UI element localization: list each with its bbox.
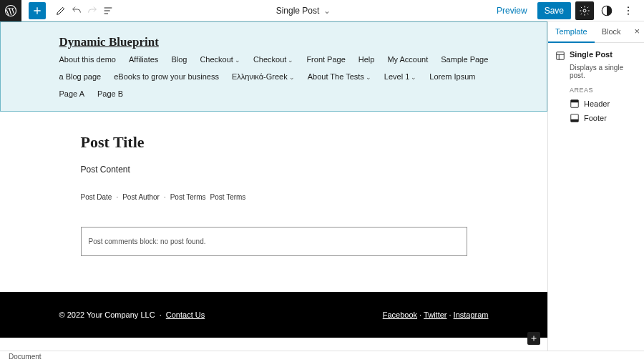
chevron-down-icon: ⌄ (288, 57, 293, 64)
template-info: Single Post (555, 50, 637, 61)
post-meta-row[interactable]: Post Date·Post Author·Post TermsPost Ter… (81, 193, 467, 201)
nav-item[interactable]: Front Page (306, 55, 345, 64)
template-description: Displays a single post. (570, 64, 637, 79)
header-icon (570, 99, 580, 109)
post-title-block[interactable]: Post Title (81, 133, 467, 152)
meta-item[interactable]: Post Terms (170, 193, 206, 201)
separator: · (116, 193, 118, 201)
nav-item[interactable]: About this demo (59, 55, 117, 64)
template-selector[interactable]: Single Post ⌄ (116, 6, 491, 16)
nav-item[interactable]: Page B (97, 89, 123, 98)
block-inserter-button[interactable] (29, 2, 46, 19)
nav-item[interactable]: a Blog page (59, 72, 102, 81)
nav-item[interactable]: Checkout⌄ (200, 55, 240, 64)
area-footer[interactable]: Footer (570, 112, 637, 123)
meta-item[interactable]: Post Terms (210, 193, 246, 201)
nav-item[interactable]: Sample Page (441, 55, 488, 64)
footer-template-part[interactable]: © 2022 Your Company LLC · Contact Us Fac… (0, 292, 547, 338)
undo-icon (71, 5, 82, 16)
breadcrumb[interactable]: Document (9, 353, 42, 361)
sidebar-body: Single Post Displays a single post. AREA… (548, 43, 644, 134)
close-sidebar-button[interactable]: × (634, 26, 640, 36)
header-inner: Dynamic Blueprint About this demoAffilia… (2, 35, 546, 98)
separator: · (160, 310, 162, 319)
nav-item[interactable]: eBooks to grow your business (114, 72, 219, 81)
navigation-menu[interactable]: About this demoAffiliatesBlogCheckout⌄Ch… (59, 55, 489, 98)
wordpress-icon (4, 4, 17, 17)
nav-item[interactable]: About The Tests⌄ (308, 72, 371, 81)
separator: · (419, 310, 421, 319)
nav-item[interactable]: Blog (171, 55, 187, 64)
settings-button[interactable] (575, 1, 594, 20)
dots-vertical-icon (623, 5, 634, 16)
wp-logo-button[interactable] (0, 0, 21, 21)
tab-template[interactable]: Template (548, 21, 595, 43)
svg-rect-6 (557, 52, 565, 60)
footer-inner: © 2022 Your Company LLC · Contact Us Fac… (2, 310, 546, 319)
list-view-button[interactable] (100, 2, 116, 19)
contact-link[interactable]: Contact Us (166, 310, 205, 319)
plus-icon (31, 5, 43, 16)
chevron-down-icon: ⌄ (411, 74, 416, 81)
area-label: Header (584, 99, 610, 108)
post-content-area: Post Title Post Content Post Date·Post A… (81, 133, 467, 292)
status-bar: Document (0, 351, 644, 362)
areas-heading: AREAS (570, 87, 637, 94)
svg-point-5 (628, 13, 629, 14)
chevron-down-icon: ⌄ (323, 6, 331, 16)
chevron-down-icon: ⌄ (235, 57, 240, 64)
comments-block[interactable]: Post comments block: no post found. (81, 227, 467, 256)
svg-point-1 (583, 9, 586, 12)
nav-item[interactable]: Checkout⌄ (253, 55, 293, 64)
nav-item[interactable]: Ελληνικά-Greek⌄ (232, 72, 295, 81)
nav-item[interactable]: Affiliates (129, 55, 158, 64)
top-toolbar: Single Post ⌄ Preview Save (0, 0, 644, 21)
nav-item[interactable]: My Account (387, 55, 428, 64)
nav-item[interactable]: Lorem Ipsum (429, 72, 475, 81)
svg-rect-10 (571, 119, 579, 122)
preview-button[interactable]: Preview (491, 3, 533, 19)
svg-point-4 (628, 10, 629, 11)
social-link[interactable]: Twitter (424, 310, 447, 319)
nav-item[interactable]: Help (358, 55, 375, 64)
tools-button[interactable] (53, 2, 69, 19)
save-button[interactable]: Save (537, 2, 571, 19)
svg-rect-8 (571, 100, 579, 103)
nav-item[interactable]: Level 1⌄ (384, 72, 416, 81)
add-block-button[interactable] (527, 332, 540, 345)
sidebar-tabs: Template Block × (548, 21, 644, 43)
list-icon (102, 5, 114, 16)
post-content-block[interactable]: Post Content (81, 165, 467, 175)
separator: · (164, 193, 166, 201)
template-name: Single Post (276, 6, 320, 16)
area-label: Footer (584, 114, 607, 122)
pencil-icon (55, 5, 67, 16)
main-area: Dynamic Blueprint About this demoAffilia… (0, 21, 644, 351)
redo-button[interactable] (84, 2, 100, 19)
tab-block[interactable]: Block (595, 21, 628, 42)
redo-icon (87, 5, 98, 16)
footer-icon (570, 113, 580, 123)
meta-item[interactable]: Post Date (81, 193, 112, 201)
meta-item[interactable]: Post Author (122, 193, 160, 201)
svg-point-3 (628, 6, 629, 8)
header-template-part[interactable]: Dynamic Blueprint About this demoAffilia… (0, 21, 547, 112)
chevron-down-icon: ⌄ (366, 74, 371, 81)
social-link[interactable]: Instagram (454, 310, 489, 319)
footer-left: © 2022 Your Company LLC · Contact Us (59, 310, 205, 319)
styles-button[interactable] (598, 2, 615, 19)
more-menu-button[interactable] (620, 2, 637, 19)
site-title[interactable]: Dynamic Blueprint (59, 35, 489, 49)
copyright-text: © 2022 Your Company LLC (59, 310, 155, 319)
contrast-icon (600, 4, 613, 17)
gear-icon (579, 5, 590, 16)
area-header[interactable]: Header (570, 98, 637, 109)
editor-canvas[interactable]: Dynamic Blueprint About this demoAffilia… (0, 21, 547, 351)
nav-item[interactable]: Page A (59, 89, 84, 98)
social-link[interactable]: Facebook (383, 310, 417, 319)
chevron-down-icon: ⌄ (289, 74, 295, 81)
plus-icon (530, 334, 538, 343)
undo-button[interactable] (69, 2, 84, 19)
toolbar-right: Preview Save (491, 1, 644, 20)
layout-icon (555, 51, 565, 61)
